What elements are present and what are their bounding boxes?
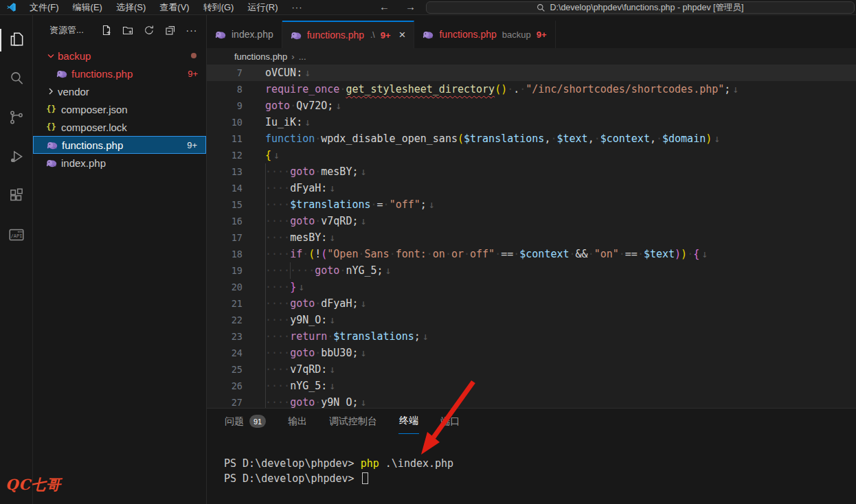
sidebar-item-functions-php[interactable]: functions.php9+ <box>33 65 206 82</box>
code-text: ····y9N_O:↓ <box>265 312 335 328</box>
code-line: 15····$translations·=·"off";↓ <box>207 196 856 213</box>
activitybar-run-debug[interactable] <box>0 138 32 177</box>
menu-s[interactable]: 选择(S) <box>109 0 153 15</box>
code-editor[interactable]: 7oVCUN:↓8require_once·get_stylesheet_dir… <box>207 65 856 408</box>
terminal-text: PS D:\develop\phpdev> <box>224 457 361 470</box>
explorer-title: 资源管... <box>49 24 84 36</box>
breadcrumb-file[interactable]: functions.php <box>234 51 287 62</box>
line-number: 9 <box>207 98 243 114</box>
activity-bar: /API <box>0 15 33 504</box>
search-icon <box>8 69 25 90</box>
line-number: 7 <box>207 65 243 81</box>
terminal-line: PS D:\develop\phpdev> <box>224 472 453 487</box>
menu-more-button[interactable]: ··· <box>284 2 309 12</box>
nav-forward-icon[interactable]: → <box>405 1 416 12</box>
sidebar-item-functions-php[interactable]: functions.php9+ <box>33 136 206 154</box>
close-icon[interactable]: × <box>399 30 406 40</box>
explorer-actions: ··· <box>99 23 199 38</box>
code-text: ····goto·mesBY;↓ <box>265 163 367 180</box>
line-number: 8 <box>207 81 243 98</box>
sidebar-item-vendor[interactable]: vendor <box>33 82 206 100</box>
menu-f[interactable]: 文件(F) <box>23 0 66 15</box>
sidebar-item-composer-json[interactable]: {}composer.json <box>33 100 206 118</box>
panel-tab-label: 端口 <box>440 415 460 428</box>
svg-text:/API: /API <box>10 233 22 239</box>
menu-v[interactable]: 查看(V) <box>153 0 196 15</box>
line-number: 22 <box>207 312 243 328</box>
tab-functions-php-2[interactable]: functions.phpbackup9+ <box>414 21 555 48</box>
terminal[interactable]: PS D:\develop\phpdev> php .\index.phpPS … <box>224 457 453 486</box>
line-number: 11 <box>207 130 243 147</box>
code-line: 17····mesBY:↓ <box>207 229 856 246</box>
tab-label: functions.php <box>439 29 496 40</box>
menu-e[interactable]: 编辑(E) <box>66 0 109 15</box>
php-elephant-icon <box>423 29 434 40</box>
nav-back-icon[interactable]: ← <box>379 1 390 12</box>
file-label: composer.json <box>61 104 128 115</box>
php-elephant-icon <box>215 29 227 40</box>
sidebar-item-index-php[interactable]: index.php <box>33 154 206 172</box>
code-line: 21····goto·dFyaH;↓ <box>207 295 856 312</box>
search-icon <box>537 3 545 12</box>
vscode-window: { "titlebar": { "menus": ["文件(F)", "编辑(E… <box>0 0 856 504</box>
json-braces-icon: {} <box>45 122 57 133</box>
line-number: 17 <box>207 229 243 246</box>
code-line: 26····nYG_5:↓ <box>207 378 856 394</box>
terminal-command: php <box>361 457 379 470</box>
title-bar: 文件(F)编辑(E)选择(S)查看(V)转到(G)运行(R) ··· ← → D… <box>0 0 856 15</box>
panel-tabs: 问题91输出调试控制台终端端口 <box>207 409 856 434</box>
tab-problem-badge: 9+ <box>537 30 547 40</box>
activitybar-extensions[interactable] <box>0 177 32 216</box>
new-folder-icon[interactable] <box>120 23 135 38</box>
new-file-icon[interactable] <box>99 23 114 38</box>
panel-tab-item[interactable]: 问题91 <box>224 409 267 434</box>
activitybar-source-control[interactable] <box>0 99 32 138</box>
modified-dot-indicator <box>191 53 196 58</box>
tab-functions-php-1[interactable]: functions.php.\9+× <box>282 21 415 48</box>
window-title: D:\develop\phpdev\functions.php - phpdev… <box>550 2 743 14</box>
sidebar-item-composer-lock[interactable]: {}composer.lock <box>33 118 206 136</box>
code-line: 14····dFyaH:↓ <box>207 180 856 196</box>
source-control-icon <box>8 108 25 129</box>
code-text: ····mesBY:↓ <box>265 229 335 246</box>
more-actions-icon[interactable]: ··· <box>184 23 199 38</box>
tab-index-php-0[interactable]: index.php <box>207 21 282 48</box>
line-number: 12 <box>207 147 243 163</box>
code-text: ····goto·dFyaH;↓ <box>265 295 367 312</box>
tab-label: functions.php <box>307 30 364 41</box>
panel-tab-label: 调试控制台 <box>329 415 377 428</box>
code-text: ····dFyaH:↓ <box>265 180 335 196</box>
run-debug-icon <box>8 148 25 168</box>
panel-tab-item[interactable]: 终端 <box>398 409 419 434</box>
code-text: ····goto·v7qRD;↓ <box>265 213 367 229</box>
collapse-all-icon[interactable] <box>163 23 178 38</box>
watermark-signature: QC七哥 <box>5 475 61 494</box>
panel-tab-item[interactable]: 输出 <box>287 409 308 434</box>
breadcrumb[interactable]: functions.php › ... <box>207 48 856 65</box>
code-line: 13····goto·mesBY;↓ <box>207 163 856 180</box>
activitybar-explorer[interactable] <box>0 21 32 60</box>
refresh-icon[interactable] <box>142 23 157 38</box>
panel-tab-item[interactable]: 端口 <box>440 409 460 434</box>
panel-tab-label: 输出 <box>288 415 307 428</box>
tab-decoration: .\ <box>370 30 375 40</box>
menu-r[interactable]: 运行(R) <box>240 0 284 15</box>
file-label: functions.php <box>71 68 133 80</box>
activitybar-search[interactable] <box>0 60 32 99</box>
problem-count-badge: 9+ <box>187 140 197 150</box>
code-text: ····if·(!("Open·Sans·font:·on·or·off"·==… <box>265 246 708 262</box>
breadcrumb-more[interactable]: ... <box>299 51 306 62</box>
code-line: 9goto·Qv72O;↓ <box>207 98 856 114</box>
code-text: require_once·get_stylesheet_directory()·… <box>265 81 739 98</box>
code-text: ····nYG_5:↓ <box>265 378 335 394</box>
sidebar-item-backup[interactable]: backup <box>33 47 206 65</box>
command-center-search[interactable]: D:\develop\phpdev\functions.php - phpdev… <box>426 1 855 14</box>
file-label: vendor <box>58 86 89 98</box>
code-text: ····return·$translations;↓ <box>265 328 429 345</box>
code-line: 23····return·$translations;↓ <box>207 328 856 345</box>
code-text: ····}↓ <box>265 279 304 295</box>
activitybar-api[interactable]: /API <box>0 216 32 255</box>
menu-g[interactable]: 转到(G) <box>196 0 241 15</box>
panel-tab-item[interactable]: 调试控制台 <box>328 409 378 434</box>
tab-label: index.php <box>232 29 273 40</box>
